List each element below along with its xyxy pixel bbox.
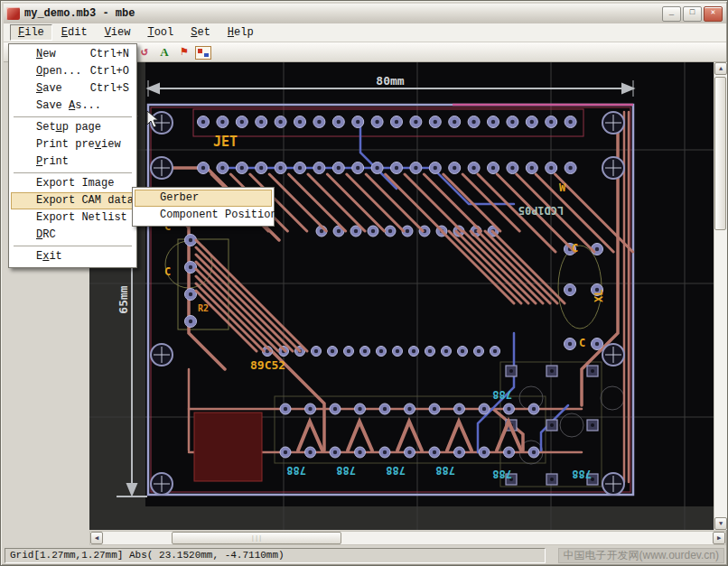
menu-edit[interactable]: Edit <box>53 24 96 41</box>
horizontal-scrollbar[interactable]: ◀ ▶ <box>89 531 726 545</box>
dim-width-label: 80mm <box>376 74 404 88</box>
vertical-scroll-thumb[interactable] <box>714 77 726 230</box>
rotate-icon[interactable]: ↺ <box>135 44 154 60</box>
statusbar: Grid[1.27mm,1.27mm] Abs( 23.1520mm, -4.7… <box>4 546 726 564</box>
menu-item-new[interactable]: NewCtrl+N <box>11 46 135 63</box>
dim-height-label: 65mm <box>117 285 130 313</box>
svg-text:JET: JET <box>213 134 238 150</box>
menu-item-drc[interactable]: DRC <box>11 227 135 244</box>
svg-text:LCD1P05: LCD1P05 <box>518 204 565 217</box>
horizontal-scroll-thumb[interactable] <box>172 532 341 544</box>
svg-text:788: 788 <box>572 468 592 480</box>
window-title: my_demo.mb3 - mbe <box>24 7 135 20</box>
svg-text:788: 788 <box>336 464 356 477</box>
menu-set[interactable]: Set <box>182 24 219 41</box>
svg-text:788: 788 <box>286 464 306 477</box>
scroll-left-button[interactable]: ◀ <box>90 532 103 544</box>
minimize-button[interactable]: _ <box>662 6 681 22</box>
menu-item-export-netlist[interactable]: Export Netlist <box>11 209 135 227</box>
menu-file[interactable]: File <box>10 24 52 41</box>
menu-tool[interactable]: Tool <box>139 24 182 41</box>
side-panel-bottom <box>4 530 89 546</box>
menu-separator <box>14 246 132 246</box>
menu-help[interactable]: Help <box>219 24 262 41</box>
pcb-canvas[interactable]: 80mm 65mm <box>89 62 714 530</box>
menu-item-print[interactable]: Print <box>11 153 135 171</box>
menu-separator <box>14 116 132 117</box>
menubar: File Edit View Tool Set Help <box>4 23 726 42</box>
titlebar[interactable]: my_demo.mb3 - mbe _ □ ✕ <box>4 4 726 24</box>
app-window: my_demo.mb3 - mbe _ □ ✕ File Edit View T… <box>0 0 728 566</box>
svg-text:788: 788 <box>492 388 512 401</box>
menu-item-print-preview[interactable]: Print preview <box>11 136 135 153</box>
copper-pour <box>194 413 262 481</box>
watermark: 中国电子开发网(www.ourdev.cn) <box>558 548 724 563</box>
scroll-right-button[interactable]: ▶ <box>713 532 725 544</box>
menu-item-setup-page[interactable]: Setup page <box>11 119 135 136</box>
close-button[interactable]: ✕ <box>704 6 723 22</box>
svg-text:788: 788 <box>492 468 512 480</box>
svg-text:788: 788 <box>435 464 455 477</box>
text-tool-icon[interactable]: A <box>155 44 173 60</box>
svg-text:C: C <box>579 337 585 349</box>
hscroll-row: ◀ ▶ <box>4 530 726 546</box>
file-menu-popup: NewCtrl+N Open...Ctrl+O SaveCtrl+S Save … <box>8 43 137 268</box>
flag-tool-icon[interactable]: ⚑ <box>175 44 193 60</box>
svg-text:89C52: 89C52 <box>250 358 285 372</box>
svg-text:788: 788 <box>386 464 406 477</box>
svg-text:C: C <box>164 265 171 278</box>
menu-item-save-as[interactable]: Save As... <box>11 97 135 115</box>
svg-text:XL: XL <box>593 290 605 302</box>
submenu-item-gerber[interactable]: Gerber <box>135 190 272 207</box>
menu-item-open[interactable]: Open...Ctrl+O <box>11 63 135 80</box>
menu-item-save[interactable]: SaveCtrl+S <box>11 80 135 97</box>
svg-text:W: W <box>559 181 566 194</box>
menu-separator <box>14 172 132 173</box>
grid-status: Grid[1.27mm,1.27mm] Abs( 23.1520mm, -4.7… <box>5 548 546 563</box>
vertical-scrollbar[interactable]: ▲ ▼ <box>714 62 727 530</box>
app-icon <box>6 7 20 20</box>
maximize-button[interactable]: □ <box>683 6 702 22</box>
menu-item-exit[interactable]: Exit <box>11 248 135 265</box>
menu-item-export-cam-data[interactable]: Export CAM data▶ <box>11 192 135 209</box>
submenu-item-component-position[interactable]: Component Position <box>135 207 272 224</box>
export-cam-submenu: Gerber Component Position <box>132 187 275 227</box>
svg-text:C: C <box>572 242 578 255</box>
menu-view[interactable]: View <box>97 24 139 41</box>
menu-item-export-image[interactable]: Export Image <box>11 175 135 192</box>
scroll-down-button[interactable]: ▼ <box>714 517 727 530</box>
image-tool-icon[interactable] <box>195 46 211 60</box>
svg-text:R2: R2 <box>198 303 209 313</box>
scroll-up-button[interactable]: ▲ <box>714 62 727 75</box>
